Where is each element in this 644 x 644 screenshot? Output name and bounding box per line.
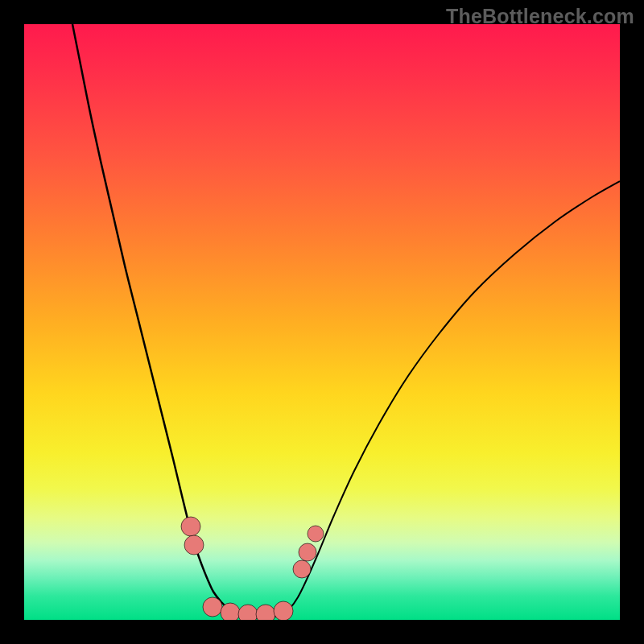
- right-curve: [282, 181, 620, 615]
- marker-valley-4: [256, 605, 275, 620]
- left-curve: [72, 24, 250, 617]
- marker-left-upper-b: [184, 535, 204, 555]
- marker-valley-5: [274, 601, 293, 620]
- chart-frame: TheBottleneck.com: [0, 0, 644, 644]
- marker-valley-3: [238, 605, 258, 620]
- curve-layer: [24, 24, 620, 620]
- marker-left-upper-a: [181, 517, 200, 536]
- gradient-plot-area: [24, 24, 620, 620]
- marker-right-upper-c: [308, 526, 324, 542]
- marker-valley-2: [221, 603, 240, 620]
- marker-valley-1: [203, 597, 222, 617]
- marker-right-upper-b: [299, 543, 316, 561]
- marker-right-upper-a: [293, 560, 311, 578]
